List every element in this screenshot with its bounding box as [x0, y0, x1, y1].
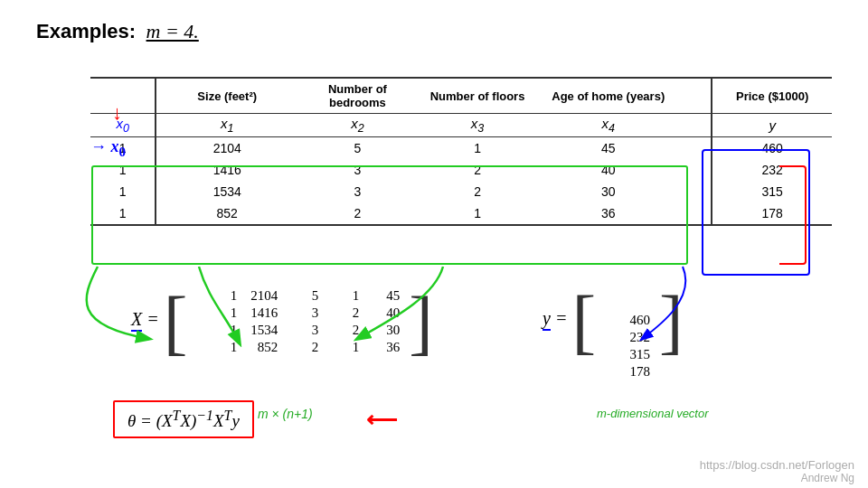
red-left-arrow-icon: ⟵ [366, 408, 397, 433]
var-x2: x2 [297, 114, 418, 137]
mx-3-3: 3 [278, 323, 318, 338]
var-x1: x1 [156, 114, 297, 137]
mx-4-4: 1 [318, 340, 359, 355]
mx-3-1: 1 [196, 323, 237, 338]
red-down-arrow-icon: ↓ [112, 101, 122, 125]
var-spacer [679, 114, 712, 137]
col-header-size: Size (feet²) [156, 78, 297, 114]
mx-1-1: 1 [196, 288, 237, 304]
mx-4-2: 852 [237, 340, 278, 355]
cell-r3-x0: 1 [90, 181, 156, 202]
cell-r2-x0: 1 [90, 159, 156, 181]
cell-r4-x3: 1 [418, 202, 538, 225]
matrix-left-bracket: [ [164, 286, 188, 358]
col-header-bedrooms: Number of bedrooms [297, 78, 418, 114]
y-left-bracket: [ [571, 285, 596, 357]
y-vector-var: y [542, 308, 551, 331]
cell-r1-x3: 1 [418, 137, 538, 160]
matrix-x-var: X [131, 309, 142, 332]
main-page: Examples: m = 4. Size (feet²) Number of … [0, 0, 868, 488]
cell-r3-x2: 3 [297, 181, 418, 202]
vector-dim-annotation: m-dimensional vector [597, 407, 709, 420]
yv-2: 232 [605, 330, 650, 345]
cell-r2-x3: 2 [418, 159, 538, 181]
mx-4-1: 1 [196, 340, 237, 355]
mx-4-3: 2 [278, 340, 318, 355]
matrix-x-section: X = [ 1 2104 5 1 45 1 1416 3 2 40 1 1534… [131, 285, 433, 359]
matrix-size-annotation: m × (n+1) [258, 407, 313, 421]
cell-r2-x1: 1416 [156, 159, 297, 181]
mx-2-1: 1 [196, 305, 237, 321]
cell-r1-x2: 5 [297, 137, 418, 160]
cell-r2-x2: 3 [297, 159, 418, 181]
col-header-age: Age of home (years) [537, 78, 679, 114]
title-prefix: Examples: [36, 20, 136, 42]
cell-r3-x4: 30 [537, 181, 679, 202]
cell-r3-x3: 2 [418, 181, 538, 202]
mx-3-4: 2 [318, 323, 359, 338]
mx-1-4: 1 [318, 288, 359, 304]
formula-box: θ = (XTX)−1XTy [113, 400, 254, 438]
col-header-price: Price ($1000) [712, 78, 832, 114]
mx-1-5: 45 [359, 288, 400, 304]
cell-r1-x1: 2104 [156, 137, 297, 160]
var-x0: x0 [90, 114, 156, 137]
mx-2-3: 3 [278, 305, 318, 321]
var-y: y [712, 114, 832, 137]
var-x4: x4 [537, 114, 679, 137]
matrix-x-label: X = [131, 309, 164, 329]
cell-r4-x2: 2 [297, 202, 418, 225]
author-name: Andrew Ng [801, 472, 854, 484]
title-math: m = 4. [146, 20, 199, 42]
matrix-x-content: 1 2104 5 1 45 1 1416 3 2 40 1 1534 3 2 3… [191, 285, 405, 359]
cell-r1-x4: 45 [537, 137, 679, 160]
blue-right-arrow-icon: → x0 [90, 137, 126, 160]
col-header-floors: Number of floors [418, 78, 538, 114]
mx-3-2: 1534 [237, 323, 278, 338]
cell-r4-x1: 852 [156, 202, 297, 225]
matrix-right-bracket: ] [409, 286, 433, 358]
mx-2-2: 1416 [237, 305, 278, 321]
yv-1: 460 [605, 313, 650, 328]
mx-4-5: 36 [359, 340, 400, 355]
title-area: Examples: m = 4. [36, 20, 199, 43]
cell-r2-x4: 40 [537, 159, 679, 181]
var-x3: x3 [418, 114, 538, 137]
cell-r4-x0: 1 [90, 202, 156, 225]
watermark-url: https://blog.csdn.net/Forlogen [700, 458, 854, 472]
y-right-bracket: ] [659, 285, 684, 357]
col-header-spacer [679, 78, 712, 114]
mx-3-5: 30 [359, 323, 400, 338]
yv-4: 178 [605, 364, 650, 380]
cell-r3-x1: 1534 [156, 181, 297, 202]
red-right-bracket [779, 165, 807, 265]
y-vector-label: y = [542, 308, 571, 328]
mx-2-4: 2 [318, 305, 359, 321]
y-vector-section: y = [ 460 232 315 178 ] [542, 285, 684, 383]
mx-1-3: 5 [278, 288, 318, 304]
yv-3: 315 [605, 347, 650, 362]
cell-r4-x4: 36 [537, 202, 679, 225]
y-vector-content: 460 232 315 178 [599, 309, 656, 383]
col-header-empty [90, 78, 156, 114]
formula-text: θ = (XTX)−1XTy [127, 411, 240, 430]
mx-1-2: 2104 [237, 288, 278, 304]
mx-2-5: 40 [359, 305, 400, 321]
